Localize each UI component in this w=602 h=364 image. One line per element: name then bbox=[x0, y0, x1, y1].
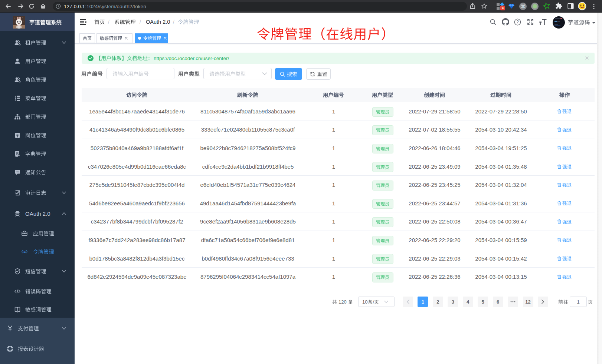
svg-text:⌘: ⌘ bbox=[521, 4, 526, 9]
svg-text:a: a bbox=[24, 250, 26, 254]
svg-text:?: ? bbox=[516, 20, 518, 24]
